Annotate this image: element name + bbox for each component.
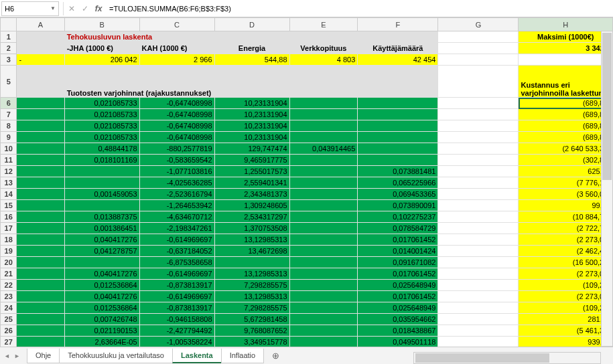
row-header[interactable]: 12 [1,166,17,177]
cell[interactable]: (2 722,75) [519,223,613,234]
cell[interactable]: -4,634670712 [139,211,214,223]
cell[interactable]: 0,013887375 [64,211,139,223]
cell[interactable] [17,302,64,314]
cell[interactable]: 281,04 [519,314,613,325]
sheet-tab[interactable]: Tehokkuusluku ja vertailutaso [59,349,173,363]
cell[interactable] [438,109,519,120]
row-header[interactable]: 19 [1,246,17,257]
col-header-B[interactable]: B [64,18,139,31]
cell[interactable] [289,234,358,246]
cell[interactable]: 0,018101169 [64,155,139,166]
cell[interactable]: -0,647408998 [139,109,214,120]
cell[interactable]: 4 803 [289,54,358,66]
cell[interactable]: -880,2577819 [139,143,214,155]
cell[interactable]: 0,001386451 [64,223,139,234]
cell[interactable] [17,31,64,43]
cell[interactable]: -2,523616794 [139,189,214,200]
cell[interactable]: 2,534317297 [214,211,289,223]
cell[interactable] [17,223,64,234]
cell[interactable]: (2 273,05) [519,268,613,280]
formula-input[interactable] [105,1,613,16]
cell[interactable]: 0,049501118 [358,337,438,347]
cell[interactable]: 7,298285575 [214,302,289,314]
cell[interactable] [438,66,519,98]
row-header[interactable]: 18 [1,234,17,246]
cell[interactable]: -4,025636285 [139,177,214,189]
cell[interactable]: 13,4672698 [214,246,289,257]
cell[interactable] [289,280,358,291]
row-header[interactable]: 6 [1,98,17,109]
cell[interactable] [438,54,519,66]
cell[interactable] [17,268,64,280]
cell[interactable] [438,246,519,257]
cell[interactable] [438,314,519,325]
cell[interactable]: 2,63664E-05 [64,337,139,347]
cell[interactable]: 0,041278757 [64,246,139,257]
cell[interactable]: 7,298285575 [214,280,289,291]
title-cell[interactable]: Tehokuusluvun laskenta [64,31,438,43]
cell[interactable] [17,211,64,223]
cell[interactable]: (302,88) [519,155,613,166]
cell[interactable]: (2 640 533,30) [519,143,613,155]
cell[interactable] [438,120,519,132]
cell[interactable]: -0,647408998 [139,132,214,143]
cell[interactable]: 13,12985313 [214,268,289,280]
cell[interactable] [438,98,519,109]
cell[interactable]: 0,017061452 [358,291,438,302]
row-header[interactable]: 15 [1,200,17,211]
cell[interactable] [64,166,139,177]
cell[interactable]: 939,32 [519,337,613,347]
row-header[interactable]: 14 [1,189,17,200]
row-header[interactable]: 23 [1,291,17,302]
cell[interactable] [438,31,519,43]
cell[interactable]: (5 461,37) [519,325,613,337]
cell[interactable]: 5,672981458 [214,314,289,325]
cell[interactable] [17,177,64,189]
cell[interactable]: 0,021085733 [64,132,139,143]
cell[interactable]: 544,88 [214,54,289,66]
row-header[interactable]: 27 [1,337,17,347]
cell[interactable]: 0,021085733 [64,109,139,120]
cell[interactable]: 0,069453365 [358,189,438,200]
cell[interactable]: 10,23131904 [214,120,289,132]
cell[interactable] [438,155,519,166]
cell[interactable]: 2,343481373 [214,189,289,200]
cell[interactable] [289,314,358,325]
cell[interactable]: 0,012536864 [64,302,139,314]
cell[interactable] [289,291,358,302]
name-box[interactable]: H6 ▼ [1,1,59,16]
cell[interactable] [438,166,519,177]
sheet-tab[interactable]: Inflaatio [221,349,265,363]
cell[interactable]: 206 042 [64,54,139,66]
cell[interactable] [289,98,358,109]
row-header[interactable]: 22 [1,280,17,291]
cell[interactable] [438,280,519,291]
cell[interactable] [438,43,519,54]
cell[interactable] [438,325,519,337]
sheet-tab[interactable]: Laskenta [172,349,222,363]
cell[interactable]: 13,12985313 [214,291,289,302]
cell[interactable]: 1,309248605 [214,200,289,211]
row-header[interactable]: 26 [1,325,17,337]
cell[interactable]: -0,647408998 [139,120,214,132]
cell[interactable]: 0,043914465 [289,143,358,155]
cell[interactable]: 0,078584729 [358,223,438,234]
cell[interactable]: -6,875358658 [139,257,214,268]
row-header[interactable]: 9 [1,132,17,143]
scrollbar-thumb[interactable] [602,33,612,180]
cell-maksimi-header[interactable]: Maksimi (1000€) [519,31,613,43]
cell[interactable] [438,302,519,314]
row-header[interactable]: 2 [1,43,17,54]
cell[interactable] [289,257,358,268]
row-header[interactable]: 3 [1,54,17,66]
cell[interactable]: 0,001459053 [64,189,139,200]
cell[interactable] [289,268,358,280]
cell[interactable] [438,143,519,155]
cell[interactable]: (109,20) [519,302,613,314]
vertical-scrollbar[interactable] [601,31,613,347]
cell[interactable]: 0,012536864 [64,280,139,291]
cell[interactable] [289,189,358,200]
cell[interactable]: Verkkopituus [289,43,358,54]
cell[interactable]: 0,040417276 [64,268,139,280]
cell[interactable] [438,189,519,200]
